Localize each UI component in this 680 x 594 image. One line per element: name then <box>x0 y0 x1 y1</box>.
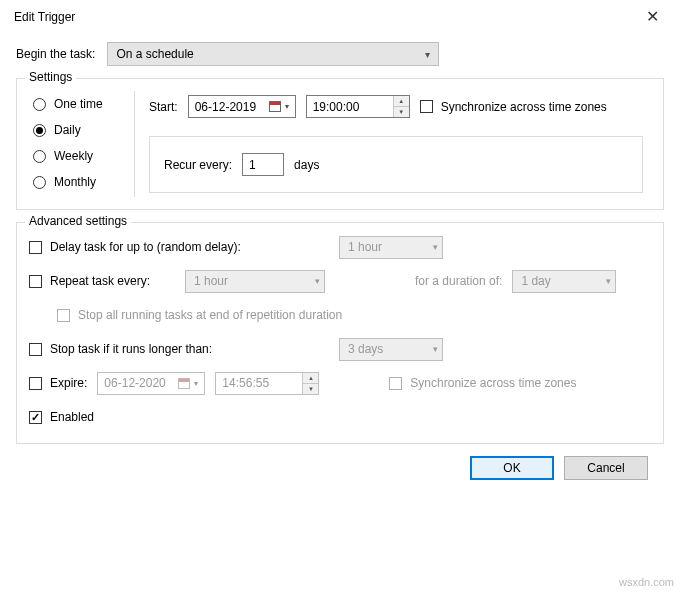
start-time-input[interactable]: 19:00:00 ▲▼ <box>306 95 410 118</box>
window-title: Edit Trigger <box>14 10 75 24</box>
duration-select[interactable]: 1 day ▾ <box>512 270 616 293</box>
start-time-value: 19:00:00 <box>313 100 360 114</box>
expire-checkbox[interactable]: Expire: <box>29 376 87 390</box>
radio-weekly-label: Weekly <box>54 149 93 163</box>
expire-sync-checkbox: Synchronize across time zones <box>389 376 576 390</box>
radio-daily-label: Daily <box>54 123 81 137</box>
radio-weekly[interactable]: Weekly <box>33 149 134 163</box>
recur-panel: Recur every: 1 days <box>149 136 643 193</box>
cancel-button-label: Cancel <box>587 461 624 475</box>
chevron-down-icon: ▾ <box>433 242 438 252</box>
stop-long-value: 3 days <box>348 342 383 356</box>
expire-sync-label: Synchronize across time zones <box>410 376 576 390</box>
expire-date-value: 06-12-2020 <box>104 376 165 390</box>
chevron-down-icon: ▾ <box>315 276 320 286</box>
expire-time-input[interactable]: 14:56:55 ▲▼ <box>215 372 319 395</box>
repeat-checkbox[interactable]: Repeat task every: <box>29 274 175 288</box>
calendar-icon <box>178 378 190 389</box>
expire-date-input[interactable]: 06-12-2020 ▾ <box>97 372 205 395</box>
recur-value: 1 <box>249 158 256 172</box>
watermark: wsxdn.com <box>619 576 674 588</box>
recur-value-input[interactable]: 1 <box>242 153 284 176</box>
chevron-down-icon: ▾ <box>433 344 438 354</box>
spin-up-icon[interactable]: ▲ <box>394 96 409 107</box>
radio-monthly[interactable]: Monthly <box>33 175 134 189</box>
chevron-down-icon: ▾ <box>425 49 430 60</box>
begin-task-select[interactable]: On a schedule ▾ <box>107 42 439 66</box>
radio-one-time[interactable]: One time <box>33 97 134 111</box>
begin-task-label: Begin the task: <box>16 47 95 61</box>
schedule-radio-group: One time Daily Weekly Monthly <box>29 91 135 197</box>
chevron-down-icon: ▾ <box>194 379 198 388</box>
stop-repetition-label: Stop all running tasks at end of repetit… <box>78 308 342 322</box>
radio-daily[interactable]: Daily <box>33 123 134 137</box>
ok-button[interactable]: OK <box>470 456 554 480</box>
start-date-value: 06-12-2019 <box>195 100 256 114</box>
spin-up-icon[interactable]: ▲ <box>303 373 318 384</box>
radio-monthly-label: Monthly <box>54 175 96 189</box>
spin-down-icon[interactable]: ▼ <box>394 107 409 117</box>
delay-select[interactable]: 1 hour ▾ <box>339 236 443 259</box>
delay-label: Delay task for up to (random delay): <box>50 240 241 254</box>
repeat-value: 1 hour <box>194 274 228 288</box>
time-spinner[interactable]: ▲▼ <box>302 373 318 394</box>
delay-value: 1 hour <box>348 240 382 254</box>
delay-checkbox[interactable]: Delay task for up to (random delay): <box>29 240 329 254</box>
calendar-icon <box>269 101 281 112</box>
enabled-checkbox[interactable]: Enabled <box>29 410 94 424</box>
enabled-label: Enabled <box>50 410 94 424</box>
stop-repetition-checkbox: Stop all running tasks at end of repetit… <box>57 308 342 322</box>
start-date-input[interactable]: 06-12-2019 ▾ <box>188 95 296 118</box>
expire-time-value: 14:56:55 <box>222 376 269 390</box>
sync-timezones-checkbox[interactable]: Synchronize across time zones <box>420 100 607 114</box>
recur-label: Recur every: <box>164 158 232 172</box>
advanced-legend: Advanced settings <box>25 214 131 228</box>
chevron-down-icon: ▾ <box>285 102 289 111</box>
recur-unit: days <box>294 158 319 172</box>
repeat-value-select[interactable]: 1 hour ▾ <box>185 270 325 293</box>
stop-long-label: Stop task if it runs longer than: <box>50 342 212 356</box>
sync-timezones-label: Synchronize across time zones <box>441 100 607 114</box>
close-icon[interactable]: ✕ <box>636 9 668 25</box>
duration-label: for a duration of: <box>415 274 502 288</box>
duration-value: 1 day <box>521 274 550 288</box>
stop-long-checkbox[interactable]: Stop task if it runs longer than: <box>29 342 329 356</box>
stop-long-select[interactable]: 3 days ▾ <box>339 338 443 361</box>
expire-label: Expire: <box>50 376 87 390</box>
spin-down-icon[interactable]: ▼ <box>303 384 318 394</box>
ok-button-label: OK <box>503 461 520 475</box>
start-label: Start: <box>149 100 178 114</box>
radio-one-time-label: One time <box>54 97 103 111</box>
cancel-button[interactable]: Cancel <box>564 456 648 480</box>
chevron-down-icon: ▾ <box>606 276 611 286</box>
time-spinner[interactable]: ▲▼ <box>393 96 409 117</box>
begin-task-value: On a schedule <box>116 47 193 61</box>
repeat-label: Repeat task every: <box>50 274 150 288</box>
settings-legend: Settings <box>25 70 76 84</box>
